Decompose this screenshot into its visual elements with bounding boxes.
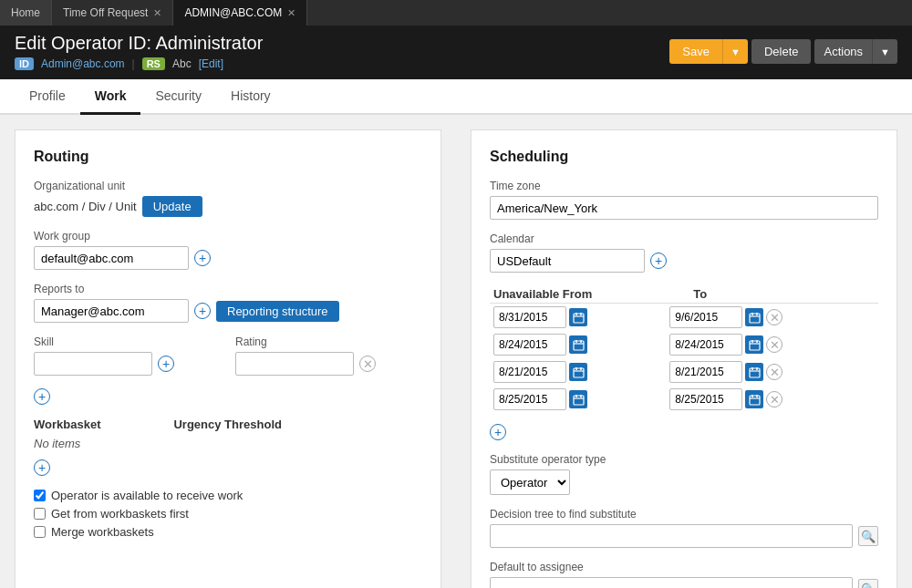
actions-dropdown-button[interactable]: ▼ <box>872 39 897 64</box>
add-skill-row: + <box>34 388 422 405</box>
svg-rect-0 <box>574 314 584 323</box>
reporting-structure-button[interactable]: Reporting structure <box>216 301 339 322</box>
unavail-from-input[interactable] <box>493 361 566 383</box>
skill-input[interactable] <box>34 352 152 376</box>
tab-admin-close[interactable]: ✕ <box>287 7 295 19</box>
cb-workbaskets-item: Get from workbaskets first <box>34 507 422 521</box>
add-workbasket-icon[interactable]: + <box>34 459 50 476</box>
unavail-from-input[interactable] <box>493 306 566 328</box>
calendar-input[interactable] <box>490 249 645 273</box>
work-group-group: Work group + <box>34 230 422 270</box>
rating-input[interactable] <box>235 352 354 376</box>
unavail-from-cal-icon[interactable] <box>569 335 587 354</box>
unavail-to-cell: ✕ <box>669 306 862 328</box>
main-content: Routing Organizational unit abc.com / Di… <box>0 115 912 588</box>
tab-security[interactable]: Security <box>140 79 216 115</box>
header-left: Edit Operator ID: Administrator ID Admin… <box>15 33 263 70</box>
cb-available[interactable] <box>34 490 46 501</box>
unavail-from-cell <box>493 388 662 410</box>
unavail-to-cal-icon[interactable] <box>745 390 763 408</box>
default-assignee-search-icon[interactable]: 🔍 <box>858 579 878 588</box>
unavail-from-input[interactable] <box>493 334 566 356</box>
actions-button[interactable]: Actions <box>814 39 872 64</box>
reports-to-row: + Reporting structure <box>34 299 422 323</box>
work-group-label: Work group <box>34 230 422 242</box>
cb-workbaskets[interactable] <box>34 508 46 520</box>
save-btn-group: Save ▼ <box>669 39 748 64</box>
unavail-row: ✕ <box>490 358 878 386</box>
skill-add-icon[interactable]: + <box>158 356 174 372</box>
unavail-to-input[interactable] <box>669 361 742 383</box>
scheduling-title: Scheduling <box>490 149 878 165</box>
delete-button[interactable]: Delete <box>751 39 812 64</box>
save-button[interactable]: Save <box>669 39 722 64</box>
tab-admin[interactable]: ADMIN@ABC.COM ✕ <box>173 0 307 26</box>
timezone-input[interactable] <box>490 196 878 220</box>
app-header: Edit Operator ID: Administrator ID Admin… <box>0 26 912 79</box>
unavail-to-input[interactable] <box>669 388 742 410</box>
default-assignee-row: 🔍 <box>490 577 878 588</box>
tab-history[interactable]: History <box>216 79 285 115</box>
reports-to-label: Reports to <box>34 283 422 295</box>
workbasket-header: Workbasket Urgency Threshold <box>34 418 422 431</box>
add-skill-icon[interactable]: + <box>34 388 50 405</box>
edit-link[interactable]: [Edit] <box>199 57 223 70</box>
unavail-to-cal-icon[interactable] <box>745 308 763 326</box>
unavail-remove-icon[interactable]: ✕ <box>766 364 782 380</box>
cb-workbaskets-label: Get from workbaskets first <box>51 507 189 521</box>
reports-to-add-icon[interactable]: + <box>194 303 211 319</box>
unavail-to-cell: ✕ <box>669 388 862 410</box>
substitute-group: Substitute operator type Operator Group … <box>490 453 878 495</box>
header-meta: ID Admin@abc.com | RS Abc [Edit] <box>15 57 263 70</box>
unavail-table: Unavailable From To <box>490 285 878 413</box>
substitute-select[interactable]: Operator Group None <box>490 469 570 495</box>
unavail-to-cal-icon[interactable] <box>745 363 763 381</box>
browser-tabs: Home Time Off Request ✕ ADMIN@ABC.COM ✕ <box>0 0 912 26</box>
tab-timeoff-close[interactable]: ✕ <box>153 7 161 19</box>
decision-tree-search-icon[interactable]: 🔍 <box>858 526 878 546</box>
unavail-to-cal-icon[interactable] <box>745 335 763 354</box>
unavail-to-input[interactable] <box>669 334 742 356</box>
work-group-add-icon[interactable]: + <box>194 250 211 266</box>
skill-row: + <box>34 352 221 376</box>
update-button[interactable]: Update <box>142 196 202 217</box>
tab-profile[interactable]: Profile <box>15 79 80 115</box>
unavail-remove-icon[interactable]: ✕ <box>766 336 782 353</box>
save-dropdown-button[interactable]: ▼ <box>722 39 748 64</box>
header-actions: Save ▼ Delete Actions ▼ <box>669 39 897 64</box>
unavail-from-cal-icon[interactable] <box>569 390 587 408</box>
decision-tree-row: 🔍 <box>490 524 878 548</box>
work-group-input[interactable] <box>34 246 189 270</box>
tab-admin-label: ADMIN@ABC.COM <box>184 6 282 19</box>
tab-timeoff[interactable]: Time Off Request ✕ <box>52 0 173 26</box>
unavail-from-input[interactable] <box>493 388 566 410</box>
default-assignee-input[interactable] <box>490 577 853 588</box>
tab-work[interactable]: Work <box>80 79 141 115</box>
checkbox-group: Operator is available to receive work Ge… <box>34 489 422 539</box>
calendar-add-icon[interactable]: + <box>650 253 667 269</box>
reports-to-input[interactable] <box>34 299 189 323</box>
unavail-from-cell <box>493 334 662 356</box>
actions-btn-group: Actions ▼ <box>814 39 897 64</box>
page-title: Edit Operator ID: Administrator <box>15 33 263 54</box>
tab-home[interactable]: Home <box>0 0 52 26</box>
workbasket-empty: No items <box>34 437 422 450</box>
routing-title: Routing <box>34 149 422 165</box>
svg-rect-28 <box>750 396 760 405</box>
operator-id-link[interactable]: Admin@abc.com <box>41 57 125 70</box>
rating-remove-icon[interactable]: ✕ <box>359 356 376 372</box>
decision-tree-label: Decision tree to find substitute <box>490 508 878 521</box>
cb-merge[interactable] <box>34 526 46 538</box>
decision-tree-input[interactable] <box>490 524 853 548</box>
unavail-from-cal-icon[interactable] <box>569 308 587 326</box>
meta-separator: | <box>132 57 135 70</box>
unavail-from-header: Unavailable From <box>490 285 666 304</box>
badge-id: ID <box>15 57 34 70</box>
unavail-to-input[interactable] <box>669 306 742 328</box>
default-assignee-group: Default to assignee 🔍 <box>490 561 878 588</box>
unavail-from-cal-icon[interactable] <box>569 363 587 381</box>
org-unit-group: Organizational unit abc.com / Div / Unit… <box>34 180 422 217</box>
unavail-remove-icon[interactable]: ✕ <box>766 391 782 407</box>
unavail-remove-icon[interactable]: ✕ <box>766 309 782 325</box>
add-unavail-icon[interactable]: + <box>490 424 506 440</box>
